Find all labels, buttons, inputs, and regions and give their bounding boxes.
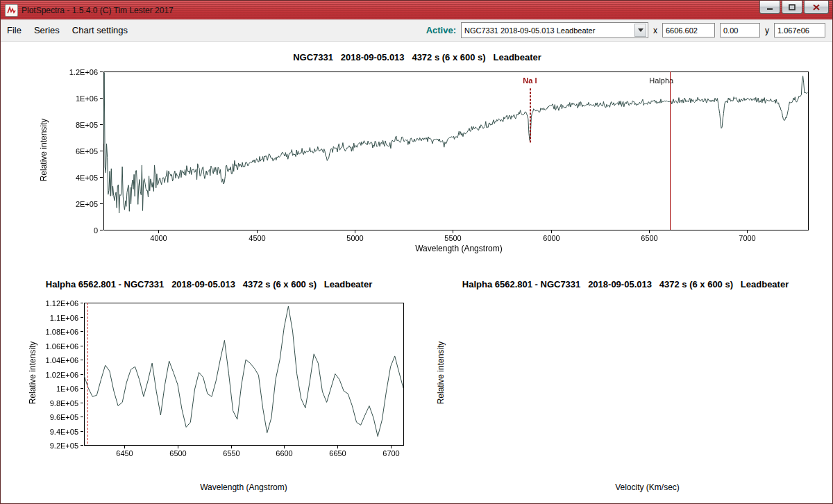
main-chart-title: NGC7331 2018-09-05.013 4372 s (6 x 600 s…	[1, 52, 833, 62]
app-window: PlotSpectra - 1.5.4.0 (C) Tim Lester 201…	[0, 0, 833, 504]
halpha-velocity-chart[interactable]	[417, 292, 833, 480]
minimize-icon	[766, 4, 773, 10]
cursor-y-input[interactable]	[774, 23, 825, 37]
active-toolbar: Active: NGC7331 2018-09-05.013 Leadbeate…	[426, 19, 825, 41]
chevron-down-icon[interactable]	[634, 24, 646, 37]
menubar: File Series Chart settings Active: NGC73…	[1, 19, 832, 42]
app-icon	[5, 4, 18, 17]
active-spectrum-select[interactable]: NGC7331 2018-09-05.013 Leadbeater	[461, 22, 648, 38]
main-y-axis-label: Relative intensity	[39, 108, 49, 192]
minimize-button[interactable]	[759, 1, 780, 14]
window-title: PlotSpectra - 1.5.4.0 (C) Tim Lester 201…	[22, 6, 174, 15]
menu-file[interactable]: File	[1, 22, 28, 39]
menu-series[interactable]: Series	[28, 22, 66, 39]
halpha-velocity-chart-title: Halpha 6562.801 - NGC7331 2018-09-05.013…	[417, 279, 833, 289]
halpha-wavelength-chart-title: Halpha 6562.801 - NGC7331 2018-09-05.013…	[1, 279, 417, 289]
cursor-dx-input[interactable]	[720, 23, 760, 37]
window-controls	[759, 1, 829, 14]
menu-chart-settings[interactable]: Chart settings	[66, 22, 134, 39]
halpha-velocity-x-axis-label: Velocity (Km/sec)	[490, 482, 805, 492]
halpha-wavelength-y-axis-label: Relative intensity	[28, 331, 37, 414]
x-label: x	[653, 26, 657, 35]
cursor-x-input[interactable]	[662, 23, 715, 37]
maximize-button[interactable]	[782, 1, 802, 14]
halpha-wavelength-x-axis-label: Wavelength (Angstrom)	[84, 482, 403, 492]
main-x-axis-label: Wavelength (Angstrom)	[108, 244, 809, 253]
maximize-icon	[789, 4, 796, 10]
halpha-wavelength-chart[interactable]	[1, 292, 417, 480]
close-button[interactable]	[804, 1, 829, 14]
spectrum-logo-icon	[7, 6, 16, 15]
y-label: y	[765, 26, 769, 35]
active-label: Active:	[426, 25, 456, 35]
active-spectrum-value: NGC7331 2018-09-05.013 Leadbeater	[464, 26, 595, 35]
titlebar[interactable]: PlotSpectra - 1.5.4.0 (C) Tim Lester 201…	[1, 1, 832, 19]
close-icon	[813, 4, 820, 10]
halpha-velocity-y-axis-label: Relative intensity	[436, 331, 446, 414]
main-spectrum-chart[interactable]	[1, 65, 833, 259]
